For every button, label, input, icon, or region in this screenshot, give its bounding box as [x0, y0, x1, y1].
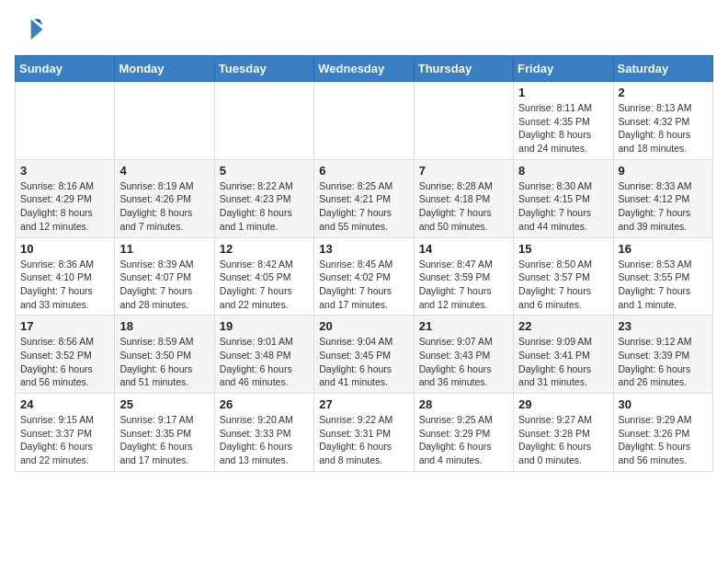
day-of-week-header: Wednesday [314, 56, 414, 82]
day-number: 2 [619, 86, 708, 99]
day-info: Sunrise: 9:20 AM Sunset: 3:33 PM Dayligh… [220, 413, 309, 467]
day-info: Sunrise: 8:47 AM Sunset: 3:59 PM Dayligh… [419, 258, 508, 312]
logo [15, 15, 48, 44]
day-info: Sunrise: 8:11 AM Sunset: 4:35 PM Dayligh… [518, 101, 608, 155]
day-info: Sunrise: 8:30 AM Sunset: 4:15 PM Dayligh… [518, 179, 608, 234]
calendar-cell: 29Sunrise: 9:27 AM Sunset: 3:28 PM Dayli… [514, 394, 613, 472]
day-number: 15 [518, 242, 608, 256]
calendar-cell: 14Sunrise: 8:47 AM Sunset: 3:59 PM Dayli… [414, 237, 513, 316]
day-of-week-header: Tuesday [214, 56, 313, 82]
calendar-cell: 7Sunrise: 8:28 AM Sunset: 4:18 PM Daylig… [414, 159, 513, 237]
day-number: 28 [419, 397, 508, 411]
day-info: Sunrise: 8:50 AM Sunset: 3:57 PM Dayligh… [518, 258, 608, 312]
day-info: Sunrise: 8:53 AM Sunset: 3:55 PM Dayligh… [619, 258, 708, 312]
calendar-cell: 8Sunrise: 8:30 AM Sunset: 4:15 PM Daylig… [514, 159, 613, 237]
calendar-cell: 2Sunrise: 8:13 AM Sunset: 4:32 PM Daylig… [613, 82, 712, 160]
day-number: 5 [220, 164, 309, 178]
day-number: 19 [220, 319, 309, 333]
day-number: 22 [518, 319, 608, 333]
calendar-cell: 16Sunrise: 8:53 AM Sunset: 3:55 PM Dayli… [613, 237, 712, 316]
day-number: 7 [419, 164, 508, 178]
day-of-week-header: Saturday [613, 56, 712, 82]
day-info: Sunrise: 9:09 AM Sunset: 3:41 PM Dayligh… [518, 335, 608, 389]
day-info: Sunrise: 9:15 AM Sunset: 3:37 PM Dayligh… [20, 413, 109, 467]
calendar-cell: 30Sunrise: 9:29 AM Sunset: 3:26 PM Dayli… [613, 394, 712, 472]
day-number: 13 [319, 242, 408, 256]
day-info: Sunrise: 8:25 AM Sunset: 4:21 PM Dayligh… [319, 179, 408, 234]
day-info: Sunrise: 8:45 AM Sunset: 4:02 PM Dayligh… [319, 258, 408, 312]
calendar-cell: 10Sunrise: 8:36 AM Sunset: 4:10 PM Dayli… [16, 237, 115, 316]
day-info: Sunrise: 8:56 AM Sunset: 3:52 PM Dayligh… [20, 335, 109, 389]
day-number: 4 [119, 164, 209, 178]
calendar-cell [214, 82, 313, 160]
day-info: Sunrise: 9:27 AM Sunset: 3:28 PM Dayligh… [518, 413, 608, 467]
day-info: Sunrise: 8:16 AM Sunset: 4:29 PM Dayligh… [20, 179, 109, 234]
calendar-cell: 15Sunrise: 8:50 AM Sunset: 3:57 PM Dayli… [514, 237, 613, 316]
calendar-cell: 6Sunrise: 8:25 AM Sunset: 4:21 PM Daylig… [314, 159, 414, 237]
day-info: Sunrise: 9:07 AM Sunset: 3:43 PM Dayligh… [419, 335, 508, 389]
calendar-cell: 12Sunrise: 8:42 AM Sunset: 4:05 PM Dayli… [214, 237, 313, 316]
day-of-week-header: Thursday [414, 56, 513, 82]
calendar-cell [314, 82, 414, 160]
day-number: 21 [419, 319, 508, 333]
calendar-week-row: 17Sunrise: 8:56 AM Sunset: 3:52 PM Dayli… [16, 316, 713, 394]
day-info: Sunrise: 8:19 AM Sunset: 4:26 PM Dayligh… [119, 179, 209, 234]
calendar-week-row: 3Sunrise: 8:16 AM Sunset: 4:29 PM Daylig… [16, 159, 713, 237]
page-header [15, 15, 713, 44]
day-info: Sunrise: 9:01 AM Sunset: 3:48 PM Dayligh… [220, 335, 309, 389]
day-number: 16 [619, 242, 708, 256]
day-number: 10 [20, 242, 109, 256]
day-number: 20 [319, 319, 408, 333]
day-number: 14 [419, 242, 508, 256]
day-number: 27 [319, 397, 408, 411]
day-number: 26 [220, 397, 309, 411]
calendar-cell: 3Sunrise: 8:16 AM Sunset: 4:29 PM Daylig… [16, 159, 115, 237]
day-of-week-header: Friday [514, 56, 613, 82]
day-number: 25 [119, 397, 209, 411]
calendar-cell [115, 82, 214, 160]
calendar-week-row: 1Sunrise: 8:11 AM Sunset: 4:35 PM Daylig… [16, 82, 713, 160]
calendar-cell: 19Sunrise: 9:01 AM Sunset: 3:48 PM Dayli… [214, 316, 313, 394]
day-of-week-header: Monday [115, 56, 214, 82]
calendar-cell: 28Sunrise: 9:25 AM Sunset: 3:29 PM Dayli… [414, 394, 513, 472]
logo-icon [15, 15, 44, 44]
day-info: Sunrise: 8:22 AM Sunset: 4:23 PM Dayligh… [220, 179, 309, 234]
calendar-cell: 23Sunrise: 9:12 AM Sunset: 3:39 PM Dayli… [613, 316, 712, 394]
day-of-week-header: Sunday [16, 56, 115, 82]
calendar-header-row: SundayMondayTuesdayWednesdayThursdayFrid… [16, 56, 713, 82]
day-number: 3 [20, 164, 109, 178]
day-info: Sunrise: 8:59 AM Sunset: 3:50 PM Dayligh… [119, 335, 209, 389]
day-info: Sunrise: 8:42 AM Sunset: 4:05 PM Dayligh… [220, 258, 309, 312]
day-info: Sunrise: 8:39 AM Sunset: 4:07 PM Dayligh… [119, 258, 209, 312]
calendar-cell: 24Sunrise: 9:15 AM Sunset: 3:37 PM Dayli… [16, 394, 115, 472]
day-number: 12 [220, 242, 309, 256]
calendar-cell: 1Sunrise: 8:11 AM Sunset: 4:35 PM Daylig… [514, 82, 613, 160]
calendar-cell [414, 82, 513, 160]
day-number: 8 [518, 164, 608, 178]
calendar-cell: 18Sunrise: 8:59 AM Sunset: 3:50 PM Dayli… [115, 316, 214, 394]
calendar-cell: 21Sunrise: 9:07 AM Sunset: 3:43 PM Dayli… [414, 316, 513, 394]
day-info: Sunrise: 8:28 AM Sunset: 4:18 PM Dayligh… [419, 179, 508, 234]
day-number: 30 [619, 397, 708, 411]
calendar-cell: 5Sunrise: 8:22 AM Sunset: 4:23 PM Daylig… [214, 159, 313, 237]
day-number: 6 [319, 164, 408, 178]
day-number: 29 [518, 397, 608, 411]
calendar-cell: 26Sunrise: 9:20 AM Sunset: 3:33 PM Dayli… [214, 394, 313, 472]
calendar-table: SundayMondayTuesdayWednesdayThursdayFrid… [15, 55, 713, 472]
day-number: 18 [119, 319, 209, 333]
day-info: Sunrise: 9:22 AM Sunset: 3:31 PM Dayligh… [319, 413, 408, 467]
calendar-cell: 20Sunrise: 9:04 AM Sunset: 3:45 PM Dayli… [314, 316, 414, 394]
day-number: 24 [20, 397, 109, 411]
day-number: 23 [619, 319, 708, 333]
day-info: Sunrise: 8:13 AM Sunset: 4:32 PM Dayligh… [619, 101, 708, 155]
day-number: 11 [119, 242, 209, 256]
day-info: Sunrise: 9:25 AM Sunset: 3:29 PM Dayligh… [419, 413, 508, 467]
calendar-cell: 4Sunrise: 8:19 AM Sunset: 4:26 PM Daylig… [115, 159, 214, 237]
calendar-cell: 13Sunrise: 8:45 AM Sunset: 4:02 PM Dayli… [314, 237, 414, 316]
calendar-cell: 17Sunrise: 8:56 AM Sunset: 3:52 PM Dayli… [16, 316, 115, 394]
calendar-cell: 27Sunrise: 9:22 AM Sunset: 3:31 PM Dayli… [314, 394, 414, 472]
day-info: Sunrise: 9:12 AM Sunset: 3:39 PM Dayligh… [619, 335, 708, 389]
day-info: Sunrise: 8:36 AM Sunset: 4:10 PM Dayligh… [20, 258, 109, 312]
calendar-cell: 11Sunrise: 8:39 AM Sunset: 4:07 PM Dayli… [115, 237, 214, 316]
day-info: Sunrise: 9:17 AM Sunset: 3:35 PM Dayligh… [119, 413, 209, 467]
